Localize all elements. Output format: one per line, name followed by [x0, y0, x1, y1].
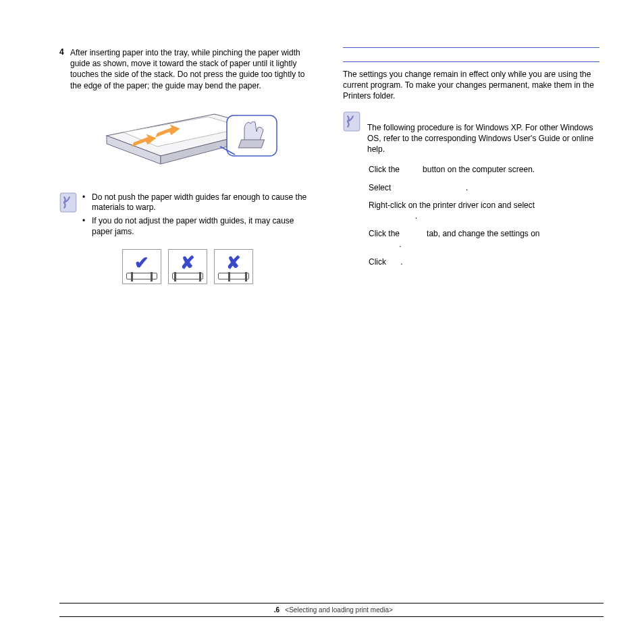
step-4r: 4 Click the Paper tab, and change the se…: [358, 228, 599, 250]
section-rule-bottom: [343, 61, 599, 62]
alignment-icons-row: ✔ ✘ ✘: [59, 249, 316, 284]
left-column: 4 After inserting paper into the tray, w…: [59, 47, 316, 284]
step-2: 2 Select Printers and Faxes.: [358, 182, 599, 193]
note-right-block: Note The following procedure is for Wind…: [367, 111, 599, 155]
section-rule-top: [343, 47, 599, 48]
svg-rect-6: [60, 193, 76, 212]
cross-icon: ✘: [226, 252, 241, 273]
note-bullet: • Do not push the paper width guides far…: [82, 192, 316, 213]
note-text-1: Do not push the paper width guides far e…: [92, 192, 316, 213]
page-content: 4 After inserting paper into the tray, w…: [0, 0, 644, 284]
steps-list: 1 Click the Start button on the computer…: [343, 164, 599, 267]
section-heading: Setting the paper size and type: [343, 52, 599, 61]
step-1: 1 Click the Start button on the computer…: [358, 164, 599, 175]
tray-illustration: [93, 102, 282, 179]
step-5: 5 Click OK.: [358, 257, 599, 267]
step-3: 3 Right-click on the printer driver icon…: [358, 200, 599, 221]
svg-rect-5: [238, 140, 264, 148]
page-footer: 4.6 <Selecting and loading print media>: [59, 603, 603, 617]
note-icon: [59, 192, 77, 240]
right-intro-text: The settings you change remain in effect…: [343, 69, 599, 102]
note-block-left: • Do not push the paper width guides far…: [59, 192, 316, 240]
check-icon: ✔: [134, 252, 149, 273]
paper-tray-diagram: [93, 102, 282, 179]
note-right-label: Note: [367, 111, 599, 122]
right-column: Setting the paper size and type The sett…: [343, 47, 599, 284]
note-icon: [343, 111, 360, 155]
alignment-correct-icon: ✔: [122, 249, 161, 284]
cross-icon: ✘: [180, 252, 195, 273]
note-right-text: The following procedure is for Windows X…: [367, 122, 599, 155]
step-4-text: After inserting paper into the tray, whi…: [70, 47, 316, 91]
section-title: <Selecting and loading print media>: [285, 606, 393, 614]
note-items: • Do not push the paper width guides far…: [82, 192, 316, 240]
svg-rect-7: [344, 112, 360, 131]
step-4-number: 4: [59, 47, 66, 91]
alignment-wrong-wide-icon: ✘: [168, 249, 207, 284]
page-number: 4.6: [270, 606, 279, 614]
note-text-2: If you do not adjust the paper width gui…: [92, 216, 316, 237]
step-4: 4 After inserting paper into the tray, w…: [59, 47, 316, 91]
note-block-right: Note The following procedure is for Wind…: [343, 111, 599, 155]
alignment-wrong-offset-icon: ✘: [214, 249, 253, 284]
note-bullet: • If you do not adjust the paper width g…: [82, 216, 316, 237]
